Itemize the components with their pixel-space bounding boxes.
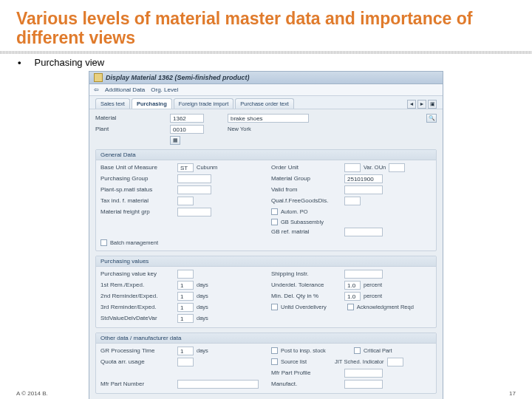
mfrprof-label: Mfr Part Profile bbox=[271, 369, 341, 376]
rem2-label: 2nd Reminder/Exped. bbox=[100, 293, 174, 299]
pms-label: Plant-sp.matl status bbox=[100, 186, 174, 193]
search-icon[interactable]: 🔍 bbox=[426, 114, 437, 123]
days2: days bbox=[197, 293, 208, 299]
purch-values-section: Purchasing values Purchasing value key S… bbox=[95, 256, 437, 328]
slide-title: Various levels of material master data a… bbox=[16, 9, 516, 48]
orderunit-field[interactable] bbox=[344, 163, 361, 172]
tab-purchasing[interactable]: Purchasing bbox=[132, 98, 172, 109]
pvkey-label: Purchasing value key bbox=[100, 270, 174, 277]
tab-po-text[interactable]: Purchase order text bbox=[235, 98, 293, 109]
jit-field[interactable] bbox=[387, 358, 403, 366]
udtol-label: Underdel. Tolerance bbox=[271, 282, 341, 288]
valid-field[interactable] bbox=[344, 185, 383, 194]
pgroup-label: Purchasing Group bbox=[100, 175, 174, 182]
std-field[interactable]: 1 bbox=[177, 314, 194, 323]
crit-label: Critical Part bbox=[364, 347, 392, 354]
tab-list-button[interactable]: ▣ bbox=[428, 100, 437, 109]
pms-field[interactable] bbox=[177, 185, 211, 194]
plant-name: New York bbox=[228, 126, 251, 132]
gbref-field[interactable] bbox=[344, 228, 383, 236]
general-header: General Data bbox=[96, 150, 436, 160]
tax-field[interactable] bbox=[177, 197, 194, 205]
pct1: percent bbox=[364, 282, 382, 288]
mindel-field[interactable]: 1.0 bbox=[344, 292, 361, 301]
gbsub-checkbox[interactable] bbox=[271, 219, 278, 225]
other-header: Other data / manufacturer data bbox=[96, 333, 436, 344]
gbsub-label: GB Subassembly bbox=[281, 219, 324, 225]
tab-scroll-left[interactable]: ◄ bbox=[407, 100, 416, 109]
gr-days: days bbox=[197, 347, 208, 354]
jit-label: JIT Sched. Indicator bbox=[335, 358, 384, 365]
plant-field[interactable]: 0010 bbox=[170, 125, 204, 134]
rem3-field[interactable]: 1 bbox=[177, 303, 194, 312]
tab-bar: Sales text Purchasing Foreign trade impo… bbox=[89, 96, 443, 109]
org-level-button[interactable]: Org. Level bbox=[151, 86, 178, 93]
src-label: Source list bbox=[281, 358, 307, 365]
bullet-dot: • bbox=[18, 57, 21, 68]
divider bbox=[0, 51, 532, 54]
autopo-checkbox[interactable] bbox=[271, 208, 278, 215]
pct2: percent bbox=[364, 293, 382, 299]
manuf-field[interactable] bbox=[344, 380, 383, 389]
window-titlebar: Display Material 1362 (Semi-finished pro… bbox=[89, 72, 443, 84]
tab-scroll-right[interactable]: ► bbox=[417, 100, 426, 109]
matgrp-label: Material Group bbox=[271, 175, 341, 182]
manuf-label: Manufact. bbox=[271, 381, 341, 387]
batch-checkbox[interactable] bbox=[100, 239, 107, 246]
mfrprof-field[interactable] bbox=[344, 369, 383, 378]
mfrpart-label: Mfr Part Number bbox=[100, 381, 174, 387]
sap-window: Display Material 1362 (Semi-finished pro… bbox=[89, 71, 443, 399]
pvalues-header: Purchasing values bbox=[96, 256, 436, 267]
qfg-label: Qual.f.FreeGoodsDis. bbox=[271, 197, 341, 204]
valid-label: Valid from bbox=[271, 186, 341, 193]
bullet-text: Purchasing view bbox=[35, 57, 105, 68]
ship-field[interactable] bbox=[344, 270, 383, 279]
src-checkbox[interactable] bbox=[271, 358, 278, 365]
window-title: Display Material 1362 (Semi-finished pro… bbox=[106, 74, 250, 81]
crit-checkbox[interactable] bbox=[354, 347, 361, 354]
material-label: Material bbox=[95, 115, 166, 121]
material-field[interactable]: 1362 bbox=[170, 114, 204, 123]
back-button[interactable]: ⇦ bbox=[94, 86, 99, 93]
gr-field[interactable]: 1 bbox=[177, 347, 194, 355]
tax-label: Tax ind. f. material bbox=[100, 197, 174, 204]
ack-label: Acknowledgment Reqd bbox=[357, 304, 414, 310]
post-checkbox[interactable] bbox=[271, 347, 278, 354]
rem2-field[interactable]: 1 bbox=[177, 292, 194, 301]
batch-label: Batch management bbox=[110, 239, 158, 246]
other-data-section: Other data / manufacturer data GR Proces… bbox=[95, 332, 437, 394]
uom-label: Base Unit of Measure bbox=[100, 164, 174, 171]
additional-data-button[interactable]: Additional Data bbox=[105, 86, 145, 93]
varoun-label: Var. OUn bbox=[364, 164, 386, 171]
ship-label: Shipping Instr. bbox=[271, 270, 341, 277]
qfg-field[interactable] bbox=[344, 197, 361, 205]
autopo-label: Autom. PO bbox=[281, 208, 308, 215]
post-label: Post to insp. stock bbox=[281, 347, 326, 354]
udtol-field[interactable]: 1.0 bbox=[344, 281, 361, 290]
tab-sales-text[interactable]: Sales text bbox=[95, 98, 130, 109]
material-desc-field[interactable]: brake shoes bbox=[228, 114, 309, 123]
days1: days bbox=[197, 282, 208, 288]
unlover-checkbox[interactable] bbox=[271, 304, 278, 310]
quota-label: Quota arr. usage bbox=[100, 358, 174, 365]
general-data-section: General Data Base Unit of MeasureSTCubun… bbox=[95, 149, 437, 251]
ack-checkbox[interactable] bbox=[347, 304, 354, 310]
page-number: 17 bbox=[509, 390, 516, 397]
tab-foreign-trade[interactable]: Foreign trade import bbox=[174, 98, 234, 109]
matgrp-field[interactable]: 25101900 bbox=[344, 174, 383, 183]
pvkey-field[interactable] bbox=[177, 270, 194, 279]
plant-search-icon[interactable]: ▦ bbox=[170, 136, 180, 145]
gr-label: GR Processing Time bbox=[100, 347, 174, 354]
mfr-field[interactable] bbox=[177, 208, 211, 216]
rem1-field[interactable]: 1 bbox=[177, 281, 194, 290]
mfrpart-field[interactable] bbox=[177, 380, 259, 389]
varoun-field[interactable] bbox=[389, 163, 405, 172]
mfr-label: Material freight grp bbox=[100, 208, 174, 215]
quota-field[interactable] bbox=[177, 358, 194, 366]
uom-field[interactable]: ST bbox=[177, 163, 194, 172]
unlover-label: Unltd Overdelivery bbox=[281, 304, 327, 310]
rem1-label: 1st Rem./Exped. bbox=[100, 282, 174, 288]
pgroup-field[interactable] bbox=[177, 174, 211, 183]
copyright: A © 2014 B. bbox=[16, 390, 48, 397]
orderunit-label: Order Unit bbox=[271, 164, 341, 171]
